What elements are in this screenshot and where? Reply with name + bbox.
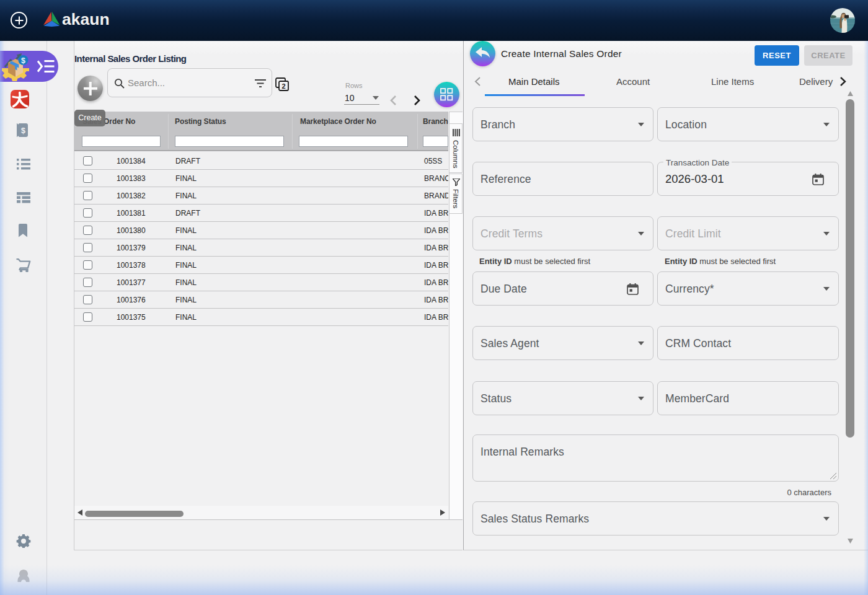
svg-text:$: $: [21, 126, 25, 135]
svg-text:$: $: [21, 56, 25, 65]
svg-text:2: 2: [281, 82, 285, 90]
